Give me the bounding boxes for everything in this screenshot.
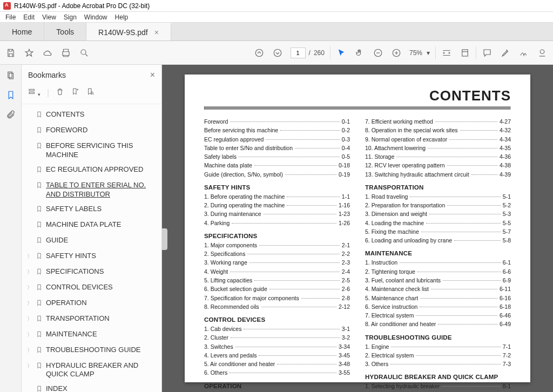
bookmark-icon xyxy=(36,361,43,371)
bookmark-label: TROUBLESHOOTING GUIDE xyxy=(46,346,156,355)
menu-sign[interactable]: Sign xyxy=(64,13,77,21)
bookmark-label: GUIDE xyxy=(46,236,156,245)
bookmark-item[interactable]: 〉CONTENTS xyxy=(25,107,158,123)
page-down-icon[interactable] xyxy=(272,48,283,58)
menubar: File Edit View Sign Window Help xyxy=(0,12,553,23)
bookmark-label: HYDRAULIC BREAKER AND QUICK CLAMP xyxy=(46,361,156,380)
toc-row: 2. Cluster3-2 xyxy=(204,333,350,342)
toc-row: 2. During operating the machine1-16 xyxy=(204,201,350,209)
arrow-cursor-icon[interactable] xyxy=(336,48,347,58)
save-icon[interactable] xyxy=(5,48,16,58)
trash-icon[interactable] xyxy=(56,87,64,98)
toc-row: 3. Working range2-3 xyxy=(204,258,350,267)
options-icon[interactable]: ▾ xyxy=(28,87,41,98)
bookmark-item[interactable]: 〉TRANSPORTATION xyxy=(25,312,158,327)
toc-row: 3. Fuel, coolant and lubricants6-9 xyxy=(365,276,511,285)
svg-rect-10 xyxy=(29,92,34,94)
bookmark-icon xyxy=(36,165,43,175)
bookmark-label: OPERATION xyxy=(46,299,156,308)
bookmark-item[interactable]: 〉MACHINE DATA PLATE xyxy=(25,218,158,233)
menu-help[interactable]: Help xyxy=(115,13,129,21)
bookmark-item[interactable]: 〉SAFETY HINTS xyxy=(25,249,158,265)
section-heading: TRANSPORTATION xyxy=(365,184,511,191)
bookmark-item[interactable]: 〉CONTROL DEVICES xyxy=(25,280,158,296)
toc-row: 5. Lifting capacities2-5 xyxy=(204,276,350,285)
tab-home[interactable]: Home xyxy=(0,23,44,40)
contents-col-right: 7. Efficient working method4-278. Operat… xyxy=(365,117,511,391)
star-icon[interactable] xyxy=(24,48,35,58)
menu-edit[interactable]: Edit xyxy=(23,13,35,21)
page-up-icon[interactable] xyxy=(254,48,265,58)
close-icon[interactable]: × xyxy=(154,28,159,37)
bookmark-item[interactable]: 〉BEFORE SERVICING THIS MACHINE xyxy=(25,139,158,163)
bookmark-label: BEFORE SERVICING THIS MACHINE xyxy=(46,141,156,160)
toc-row: 7. Electrical system6-46 xyxy=(365,311,511,320)
toc-row: 3. During maintenance1-23 xyxy=(204,209,350,218)
bookmark-label: EC REGULATION APPROVED xyxy=(46,165,156,174)
bookmark-icon xyxy=(36,236,43,246)
svg-rect-7 xyxy=(8,72,12,78)
toc-row: 6. Others3-55 xyxy=(204,368,350,377)
section-heading: CONTROL DEVICES xyxy=(204,316,350,323)
sign-icon[interactable] xyxy=(518,48,529,58)
toc-row: 8. Air conditioner and heater6-49 xyxy=(365,320,511,328)
bookmark-item[interactable]: 〉SPECIFICATIONS xyxy=(25,265,158,280)
bookmark-item[interactable]: 〉SAFETY LABELS xyxy=(25,202,158,218)
bookmark-list[interactable]: 〉CONTENTS〉FOREWORD〉BEFORE SERVICING THIS… xyxy=(22,104,161,392)
panel-tools: ▾ | xyxy=(22,85,161,104)
cloud-icon[interactable] xyxy=(42,48,53,58)
svg-point-0 xyxy=(81,50,86,55)
attachment-icon[interactable] xyxy=(5,109,16,120)
toc-row: EC regulation approved0-3 xyxy=(204,135,350,144)
toc-row: 8. Recommended oils2-12 xyxy=(204,302,350,311)
bookmark-item[interactable]: 〉OPERATION xyxy=(25,296,158,312)
svg-rect-8 xyxy=(9,73,14,79)
zoom-tool-icon[interactable] xyxy=(79,48,90,58)
toc-row: 2. Tightening torque6-6 xyxy=(365,267,511,276)
zoom-level[interactable]: 75%▾ xyxy=(409,49,430,57)
thumbnails-icon[interactable] xyxy=(5,70,16,81)
stamp-icon[interactable] xyxy=(537,48,548,58)
hand-icon[interactable] xyxy=(354,48,365,58)
menu-file[interactable]: File xyxy=(5,13,16,21)
print-icon[interactable] xyxy=(60,48,71,58)
toc-row: Safety labels0-5 xyxy=(204,152,350,161)
tab-tools[interactable]: Tools xyxy=(44,23,86,40)
tab-document[interactable]: R140W-9S.pdf × xyxy=(86,23,171,40)
menu-view[interactable]: View xyxy=(42,13,56,21)
document-viewer[interactable]: CONTENTS Foreword0-1Before servicing thi… xyxy=(162,65,553,392)
fit-page-icon[interactable] xyxy=(460,48,470,58)
find-bookmark-icon[interactable] xyxy=(86,87,95,98)
zoom-out-icon[interactable] xyxy=(373,48,383,58)
highlight-icon[interactable] xyxy=(500,48,511,58)
panel-close-icon[interactable]: × xyxy=(150,70,155,80)
fit-width-icon[interactable] xyxy=(441,48,452,58)
panel-collapse-handle[interactable] xyxy=(162,228,167,250)
bookmark-icon xyxy=(36,384,43,392)
page-input[interactable] xyxy=(291,48,306,58)
bookmark-item[interactable]: 〉MAINTENANCE xyxy=(25,327,158,343)
toc-row: Guide (direction, S/No, symbol)0-19 xyxy=(204,170,350,179)
bookmark-icon xyxy=(36,252,43,262)
section-heading: HYDRAULIC BREAKER AND QUICK CLAMP xyxy=(365,374,511,380)
bookmark-rail-icon[interactable] xyxy=(5,90,16,100)
new-bookmark-icon[interactable] xyxy=(71,87,79,98)
bookmark-item[interactable]: 〉TROUBLESHOOTING GUIDE xyxy=(25,343,158,359)
bookmark-icon xyxy=(36,346,43,356)
toc-row: 1. Engine7-1 xyxy=(365,342,511,351)
rule-graphic xyxy=(204,106,511,110)
bookmark-item[interactable]: 〉INDEX xyxy=(25,382,158,392)
bookmark-icon xyxy=(36,141,43,152)
bookmark-icon xyxy=(36,220,43,231)
bookmark-item[interactable]: 〉EC REGULATION APPROVED xyxy=(25,163,158,178)
toc-row: 4. Parking1-26 xyxy=(204,219,350,227)
section-heading: SPECIFICATIONS xyxy=(204,233,350,239)
zoom-in-icon[interactable] xyxy=(391,48,402,58)
bookmark-item[interactable]: 〉FOREWORD xyxy=(25,123,158,139)
comment-icon[interactable] xyxy=(482,48,493,58)
bookmark-item[interactable]: 〉TABLE TO ENTER SERIAL NO. AND DISTRIBUT… xyxy=(25,178,158,202)
tab-bar: Home Tools R140W-9S.pdf × xyxy=(0,23,553,41)
menu-window[interactable]: Window xyxy=(84,13,107,21)
bookmark-item[interactable]: 〉GUIDE xyxy=(25,233,158,249)
bookmark-item[interactable]: 〉HYDRAULIC BREAKER AND QUICK CLAMP xyxy=(25,359,158,382)
